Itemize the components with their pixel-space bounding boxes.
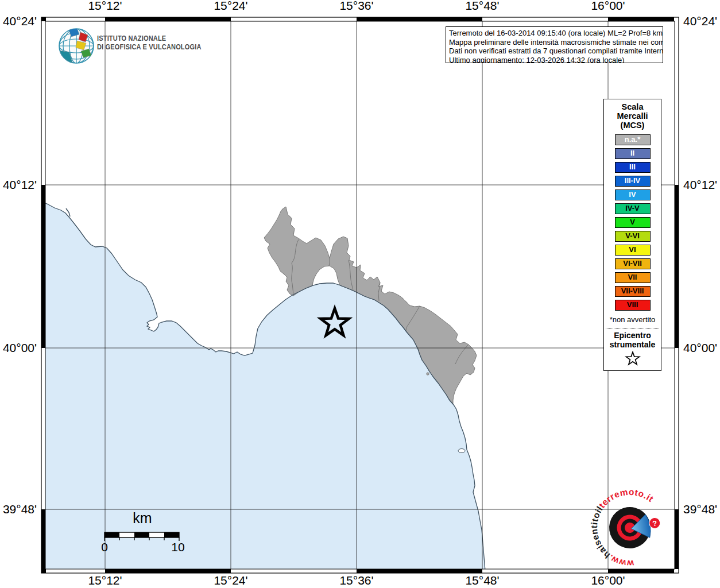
legend-title-line1: Scala [604,102,661,111]
earthquake-info-box: Terremoto del 16-03-2014 09:15:40 (ora l… [446,26,663,63]
legend-chip-vivii: VI-VII [615,258,651,269]
lat-label-right-40°12': 40°12' [683,179,717,191]
legend-title-line2: Mercalli [604,111,661,121]
lon-label-top-15°12': 15°12' [88,0,122,12]
lat-label-left-40°00': 40°00' [0,342,37,354]
legend-chip-vi: VI [615,245,651,256]
lon-label-top-15°24': 15°24' [214,0,247,12]
legend-intensity-chips: n.a.*IIIIIIII-IVIVIV-VVV-VIVIVI-VIIVIIVI… [604,134,661,311]
lat-label-right-39°48': 39°48' [683,503,717,516]
lon-label-top-16°00': 16°00' [591,0,625,12]
legend-divider [606,328,659,328]
legend-chip-iiiiv: III-IV [615,176,651,187]
ingv-line1: ISTITUTO NAZIONALE [97,34,202,43]
legend-chip-iii: III [615,162,651,173]
scalebar-unit-label: km [106,510,179,527]
lat-label-left-40°12': 40°12' [0,179,37,191]
legend-chip-v: V [615,217,651,228]
info-line-3: Dati non verificati estratti da 7 questi… [449,47,663,56]
legend-epicenter-line2: strumentale [604,340,661,349]
info-line-1: Terremoto del 16-03-2014 09:15:40 (ora l… [449,29,663,38]
legend-footnote: *non avvertito [604,315,661,324]
small-island [427,373,429,375]
lon-label-bottom-16°00': 16°00' [591,574,625,587]
lon-label-bottom-15°48': 15°48' [465,574,499,587]
info-line-2: Mappa preliminare delle intensità macros… [449,38,663,47]
legend-chip-viii: VIII [615,300,651,311]
legend-epicenter-star-icon [624,351,641,367]
scalebar-end-label: 10 [171,540,184,554]
lon-label-bottom-15°12': 15°12' [88,574,122,587]
ingv-macroseismic-map-page: { "info_box": { "lines": [ "Terremoto de… [0,0,720,588]
lon-label-bottom-15°36': 15°36' [339,574,373,587]
legend-chip-iv: IV [615,189,651,200]
offshore-islet [458,449,465,453]
legend-chip-ii: II [615,148,651,159]
lat-label-left-39°48': 39°48' [0,503,37,516]
legend-chip-vii: VII [615,272,651,283]
lon-label-top-15°48': 15°48' [465,0,499,12]
legend-chip-viiviii: VII-VIII [615,286,651,297]
lat-label-right-40°24': 40°24' [683,15,717,28]
legend-chip-na: n.a.* [615,134,651,145]
legend-chip-vvi: V-VI [615,231,651,242]
legend-chip-ivv: IV-V [615,203,651,214]
ingv-logo-text: ISTITUTO NAZIONALE DI GEOFISICA E VULCAN… [97,34,202,51]
lon-label-top-15°36': 15°36' [339,0,373,12]
legend-title: Scala Mercalli (MCS) [604,99,661,130]
mcs-legend: Scala Mercalli (MCS) n.a.*IIIIIIII-IVIVI… [603,99,661,371]
scalebar-start-label: 0 [101,540,108,554]
ingv-line2: DI GEOFISICA E VULCANOLOGIA [97,43,202,52]
info-line-4: Ultimo aggiornamento: 12-03-2026 14:32 (… [449,56,663,64]
legend-epicenter-line1: Epicentro [604,331,661,340]
lat-label-left-40°24': 40°24' [0,15,37,28]
lat-label-right-40°00': 40°00' [683,342,717,354]
legend-title-line3: (MCS) [604,121,661,130]
lon-label-bottom-15°24': 15°24' [214,574,247,587]
